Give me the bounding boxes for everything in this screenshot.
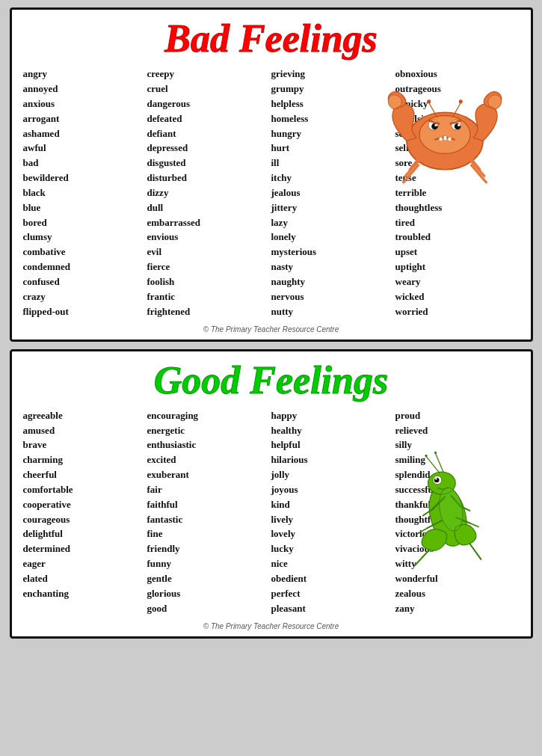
word-item: excited xyxy=(147,453,271,467)
word-item: nice xyxy=(271,557,395,571)
word-item: nasty xyxy=(271,260,395,274)
word-item: lovely xyxy=(271,527,395,541)
word-item: angry xyxy=(23,67,147,82)
word-item: worried xyxy=(395,305,520,319)
word-item: blue xyxy=(23,201,147,215)
word-item: depressed xyxy=(147,141,271,156)
bad-copyright: © The Primary Teacher Resource Centre xyxy=(23,325,520,334)
word-item: cooperative xyxy=(23,498,147,512)
word-item: disgusted xyxy=(147,156,271,170)
word-item: healthy xyxy=(271,424,395,438)
word-item: condemned xyxy=(23,260,147,274)
word-item: faithful xyxy=(147,498,271,512)
word-item: fantastic xyxy=(147,513,271,527)
bad-feelings-title: Bad Feelings xyxy=(23,17,520,60)
good-copyright: © The Primary Teacher Resource Centre xyxy=(23,622,520,630)
svg-point-27 xyxy=(435,478,437,480)
word-item: happy xyxy=(271,409,395,423)
svg-point-21 xyxy=(427,99,431,103)
word-item: fair xyxy=(147,483,271,497)
word-item: bored xyxy=(23,216,147,230)
bad-word-col-1: angryannoyedanxiousarrogantashamedawfulb… xyxy=(23,67,147,319)
word-item: jolly xyxy=(271,468,395,482)
word-item: proud xyxy=(395,409,520,423)
word-item: gentle xyxy=(147,572,271,586)
word-item: dangerous xyxy=(147,97,271,111)
word-item: determined xyxy=(23,542,147,556)
bad-words-section: angryannoyedanxiousarrogantashamedawfulb… xyxy=(23,67,520,319)
word-item: lucky xyxy=(271,542,395,556)
svg-point-1 xyxy=(419,116,470,154)
word-item: fierce xyxy=(147,260,271,274)
word-item: defiant xyxy=(147,127,271,141)
bad-word-col-2: creepycrueldangerousdefeateddefiantdepre… xyxy=(147,67,271,319)
svg-point-31 xyxy=(434,451,436,453)
word-item: foolish xyxy=(147,275,271,289)
word-item: disturbed xyxy=(147,171,271,185)
bad-feelings-card: Bad Feelings xyxy=(10,7,533,342)
word-item: flipped-out xyxy=(23,305,147,319)
word-item: zany xyxy=(395,602,520,616)
word-item: troubled xyxy=(395,230,520,245)
word-item: agreeable xyxy=(23,409,147,423)
word-item: embarrassed xyxy=(147,216,271,230)
good-feelings-title: Good Feelings xyxy=(23,359,520,402)
word-item: eager xyxy=(23,557,147,571)
word-item: arrogant xyxy=(23,112,147,126)
word-item: enthusiastic xyxy=(147,438,271,452)
word-item: exuberant xyxy=(147,468,271,482)
word-item: pleasant xyxy=(271,602,395,616)
word-item: lively xyxy=(271,513,395,527)
word-item: evil xyxy=(147,245,271,259)
word-item: confused xyxy=(23,275,147,289)
word-item: tired xyxy=(395,216,520,230)
word-item: defeated xyxy=(147,112,271,126)
word-item: elated xyxy=(23,572,147,586)
svg-point-6 xyxy=(434,124,437,126)
word-item: weary xyxy=(395,275,520,289)
word-item: comfortable xyxy=(23,483,147,497)
svg-line-37 xyxy=(469,544,481,559)
svg-point-22 xyxy=(458,99,462,103)
word-item: kind xyxy=(271,498,395,512)
word-item: charming xyxy=(23,453,147,467)
svg-line-36 xyxy=(415,550,429,565)
word-item: creepy xyxy=(147,67,271,82)
word-item: wicked xyxy=(395,290,520,304)
word-item: black xyxy=(23,186,147,200)
word-item: clumsy xyxy=(23,230,147,245)
good-feelings-card: Good Feelings xyxy=(10,349,533,639)
word-item: amused xyxy=(23,424,147,438)
good-word-col-2: encouragingenergeticenthusiasticexcitede… xyxy=(147,409,271,616)
word-item: delightful xyxy=(23,527,147,541)
svg-point-30 xyxy=(425,455,427,457)
word-item: energetic xyxy=(147,424,271,438)
word-item: anxious xyxy=(23,97,147,111)
good-word-col-1: agreeableamusedbravecharmingcheerfulcomf… xyxy=(23,409,147,616)
word-item: naughty xyxy=(271,275,395,289)
word-item: annoyed xyxy=(23,82,147,96)
good-word-col-3: happyhealthyhelpfulhilariousjollyjoyousk… xyxy=(271,409,395,616)
word-item: obedient xyxy=(271,572,395,586)
word-item: courageous xyxy=(23,513,147,527)
word-item: ashamed xyxy=(23,127,147,141)
word-item: mysterious xyxy=(271,245,395,259)
crab-image xyxy=(378,60,512,209)
word-item: brave xyxy=(23,438,147,452)
svg-rect-12 xyxy=(448,138,451,141)
word-item: lonely xyxy=(271,230,395,245)
word-item: uptight xyxy=(395,260,520,274)
word-item: bewildered xyxy=(23,171,147,185)
svg-point-5 xyxy=(454,123,461,130)
word-item: nervous xyxy=(271,290,395,304)
word-item: envious xyxy=(147,230,271,245)
word-item: cheerful xyxy=(23,468,147,482)
word-item: fine xyxy=(147,527,271,541)
word-item: good xyxy=(147,602,271,616)
word-item: upset xyxy=(395,245,520,259)
word-item: friendly xyxy=(147,542,271,556)
word-item: helpful xyxy=(271,438,395,452)
word-item: hilarious xyxy=(271,453,395,467)
word-item: zealous xyxy=(395,587,520,601)
svg-rect-11 xyxy=(443,136,446,141)
